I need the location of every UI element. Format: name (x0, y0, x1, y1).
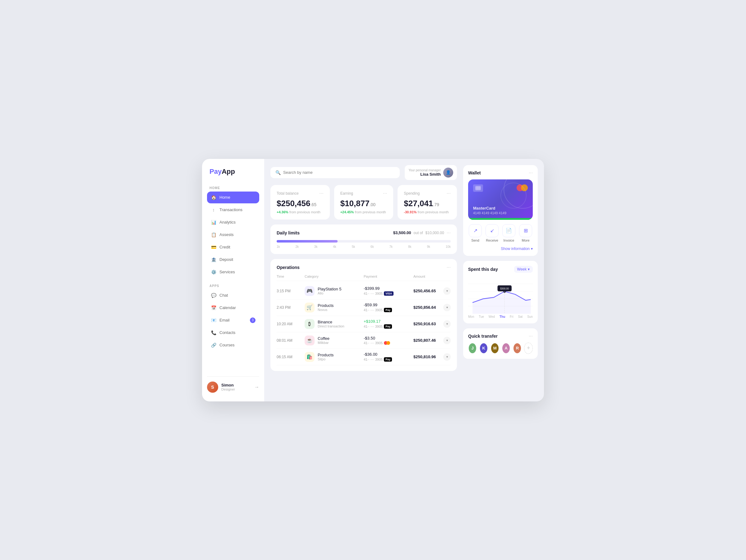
ops-cat-sub: Allo (318, 291, 342, 295)
sidebar-item-deposit[interactable]: 🏦 Deposit (207, 254, 259, 265)
ops-cat-icon: ₿ (305, 319, 315, 329)
sidebar-label-analytics: Analytics (220, 220, 236, 224)
add-transfer-button[interactable]: + (524, 343, 533, 354)
limits-bar-fill (277, 240, 338, 243)
applepay-badge: Pay (384, 357, 392, 362)
transfer-avatar[interactable]: K (479, 343, 488, 354)
ops-cat-name: Products (318, 303, 334, 308)
limits-more-btn[interactable]: ··· (447, 230, 451, 236)
show-info-btn[interactable]: Show information ▾ (468, 245, 533, 251)
logo-app: App (222, 168, 235, 175)
stat-more-btn[interactable]: ··· (383, 191, 387, 196)
chart-day-label: Fri (510, 315, 514, 318)
sidebar: PayApp HOME 🏠 Home↕️ Transactions📊 Analy… (202, 159, 264, 401)
sidebar-item-chat[interactable]: 💬 Chat (207, 289, 259, 301)
stat-cents: .79 (433, 202, 439, 207)
ops-cat-name: PlayStation 5 (318, 287, 342, 291)
chart-day-label: Sat (518, 315, 522, 318)
expand-row-btn[interactable]: ▾ (443, 353, 451, 361)
right-panel: Wallet ··· MasterCard (463, 159, 544, 401)
ops-cat-sub: Milkbar (318, 341, 329, 344)
expand-row-btn[interactable]: ▾ (443, 304, 451, 311)
limit-tick: 6k (371, 245, 374, 248)
wallet-header: Wallet ··· (468, 170, 533, 176)
expand-row-btn[interactable]: ▾ (443, 320, 451, 328)
sidebar-item-calendar[interactable]: 📅 Calendar (207, 302, 259, 314)
sidebar-item-analytics[interactable]: 📊 Analytics (207, 217, 259, 228)
pm-label: Your personal manager (408, 169, 441, 172)
week-button[interactable]: Week ▾ (514, 266, 533, 273)
limits-ticks: 1k2k3k4k5k6k7k8k9k10k (277, 245, 451, 248)
ops-pay-amount: -$3.50 (364, 336, 413, 340)
ops-time: 06:15 AM (277, 355, 305, 359)
table-row[interactable]: 08:01 AM ☕ Coffee Milkbar -$3.50 41·· ··… (277, 332, 451, 349)
sidebar-item-courses[interactable]: 🔗 Courses (207, 339, 259, 351)
transfer-more-btn[interactable]: ··· (529, 333, 533, 339)
stat-more-btn[interactable]: ··· (319, 191, 323, 196)
user-role: Designer (221, 387, 251, 391)
sidebar-item-email[interactable]: 📧 Email3 (207, 314, 259, 326)
chart-day-label: Sun (527, 315, 533, 318)
limit-tick: 3k (314, 245, 318, 248)
ops-category: 🎮 PlayStation 5 Allo (305, 286, 364, 296)
limit-tick: 5k (352, 245, 355, 248)
sidebar-item-services[interactable]: ⚙️ Services (207, 266, 259, 278)
sidebar-item-transactions[interactable]: ↕️ Transactions (207, 204, 259, 216)
ops-pay-card: 41·· ···· 3905 Pay (364, 357, 413, 362)
col-payment: Payment (364, 275, 413, 278)
svg-rect-0 (475, 186, 481, 190)
ops-header: Operations ··· (277, 264, 451, 270)
ops-total: $250,807.46 (413, 338, 436, 343)
send-label: Send (471, 239, 479, 242)
stat-amount: $27,041.79 (404, 199, 451, 208)
more-icon: ⊞ (519, 224, 532, 237)
sidebar-item-credit[interactable]: 💳 Credit (207, 241, 259, 253)
limits-card: Daily limits $3,500.00 out of $10,000.00… (270, 224, 457, 254)
stat-more-btn[interactable]: ··· (447, 191, 451, 196)
limits-bar-wrap (277, 240, 451, 243)
applepay-badge: Pay (384, 308, 392, 312)
contacts-icon: 📞 (211, 330, 216, 336)
transfer-avatar[interactable]: J (468, 343, 477, 354)
sidebar-item-contacts[interactable]: 📞 Contacts (207, 327, 259, 339)
sidebar-item-home[interactable]: 🏠 Home (207, 192, 259, 203)
ops-more-btn[interactable]: ··· (447, 264, 451, 270)
wallet-more-btn[interactable]: ··· (529, 170, 533, 176)
transfer-avatar[interactable]: A (502, 343, 510, 354)
logout-button[interactable]: → (254, 384, 259, 390)
ops-cat-icon: 🛍️ (305, 352, 315, 362)
search-input[interactable] (283, 170, 395, 175)
transfer-avatar[interactable]: R (513, 343, 522, 354)
wallet-more-action-btn[interactable]: ⊞ More (518, 224, 533, 242)
stats-row: Total balance ··· $250,456.65 +4.36% fro… (270, 185, 457, 220)
expand-row-btn[interactable]: ▾ (443, 337, 451, 344)
expand-row-btn[interactable]: ▾ (443, 287, 451, 295)
quick-transfer-card: Quick transfer ··· JKMAR+ (463, 328, 538, 359)
table-row[interactable]: 10:20 AM ₿ Binance Direct transaction +$… (277, 316, 451, 332)
card-brand: MasterCard (473, 206, 528, 211)
wallet-receive-btn[interactable]: ↙ Receive (485, 224, 499, 242)
sidebar-label-courses: Courses (220, 343, 234, 347)
table-row[interactable]: 2:43 PM 🛒 Products Novus -$59.99 41·· ··… (277, 300, 451, 316)
wallet-invoice-btn[interactable]: 📄 Invoice (502, 224, 516, 242)
wallet-send-btn[interactable]: ↗ Send (468, 224, 482, 242)
calendar-icon: 📅 (211, 305, 216, 311)
analytics-icon: 📊 (211, 220, 216, 225)
sidebar-item-assests[interactable]: 📋 Assests (207, 229, 259, 241)
chart-day-labels: MonTueWedThuFriSatSun (468, 315, 533, 318)
stat-card-earning: Earning ··· $10,877.00 +24.45% from prev… (334, 185, 394, 220)
chart-day-label: Tue (479, 315, 484, 318)
ops-payment: -$399.99 41·· ···· 3905 VISA (364, 286, 413, 296)
user-info: Simon Designer (221, 383, 251, 391)
stat-change: -30.91% from previous month (404, 210, 451, 214)
table-row[interactable]: 3:15 PM 🎮 PlayStation 5 Allo -$399.99 41… (277, 283, 451, 300)
transactions-icon: ↕️ (211, 207, 216, 213)
spent-header: Spent this day Week ▾ (468, 266, 533, 273)
sidebar-label-chat: Chat (220, 293, 228, 298)
transfer-avatar[interactable]: M (490, 343, 499, 354)
stat-title: Spending ··· (404, 191, 451, 196)
limit-tick: 10k (446, 245, 451, 248)
table-row[interactable]: 06:15 AM 🛍️ Products Sitpo -$36.00 41·· … (277, 349, 451, 365)
assests-icon: 📋 (211, 232, 216, 237)
sidebar-label-email: Email (220, 318, 230, 323)
